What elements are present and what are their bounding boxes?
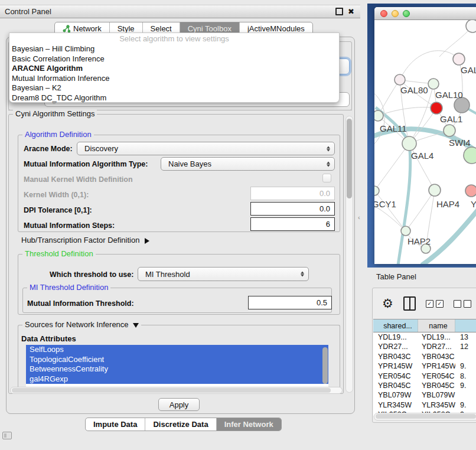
gear-icon[interactable]: ⚙ <box>382 298 393 310</box>
dropdown-item[interactable]: Mutual Information Inference <box>9 74 339 84</box>
column-header-clipped[interactable] <box>455 319 476 332</box>
hub-definition-expander[interactable]: Hub/Transcription Factor Definition <box>21 236 149 244</box>
node-table: shared... name YDL19...YDL19...13YDR27..… <box>373 319 476 416</box>
table-row[interactable]: YDR27...YDR27...12 <box>373 342 476 351</box>
split-pane-collapse-icon[interactable]: ‹ <box>358 214 360 221</box>
window-minimize-icon[interactable] <box>392 10 399 17</box>
expand-right-icon[interactable] <box>145 238 149 244</box>
network-node-hap4[interactable] <box>429 184 441 196</box>
network-node-gal1[interactable] <box>444 125 455 136</box>
network-node-label: GAL <box>461 65 476 75</box>
float-panel-icon[interactable] <box>335 8 343 15</box>
aracne-mode-combobox[interactable]: Discovery <box>77 142 335 155</box>
table-row[interactable]: YBR043CYBR043C <box>373 352 476 361</box>
table-row[interactable]: YBL079WYBL079W <box>373 390 476 400</box>
network-node-label: GAL4 <box>411 151 433 161</box>
tab-infer-network[interactable]: Infer Network <box>217 418 281 431</box>
network-node-gal80[interactable] <box>395 74 405 85</box>
network-node-label: GCY1 <box>374 199 396 209</box>
which-threshold-combobox[interactable]: MI Threshold <box>138 267 309 281</box>
network-node-swi4[interactable] <box>464 147 476 164</box>
mi-algorithm-type-combobox[interactable]: Naive Bayes <box>161 157 335 171</box>
kernel-width-label: Kernel Width (0,1): <box>24 191 89 199</box>
deselect-all-columns-icon[interactable] <box>454 300 471 308</box>
attribute-list-item[interactable]: BetweennessCentrality <box>26 364 328 374</box>
sources-group-title[interactable]: Sources for Network Inference <box>22 320 141 329</box>
tab-impute-data[interactable]: Impute Data <box>86 418 145 431</box>
apply-button[interactable]: Apply <box>158 398 200 411</box>
network-node-gcy1[interactable] <box>374 186 379 195</box>
mi-steps-label: Mutual Information Steps: <box>24 221 115 230</box>
which-threshold-label: Which threshold to use: <box>50 270 133 279</box>
close-panel-icon[interactable]: ✖ <box>348 8 354 15</box>
window-zoom-icon[interactable] <box>403 10 410 17</box>
column-layout-icon[interactable] <box>403 296 416 311</box>
dropdown-item[interactable]: Bayesian – K2 <box>9 83 339 93</box>
network-edge <box>378 107 436 116</box>
attribute-list-item[interactable]: gal4RGexp <box>26 374 328 384</box>
settings-vertical-scrollbar-thumb[interactable] <box>347 119 352 198</box>
network-node-gal[interactable] <box>453 53 465 65</box>
mi-threshold-label: Mutual Information Threshold: <box>27 299 134 308</box>
table-row[interactable]: YER054CYER054C8. <box>373 371 476 381</box>
network-node-gal4[interactable] <box>402 136 416 151</box>
data-attributes-list: SelfLoopsTopologicalCoefficientBetweenne… <box>26 345 328 387</box>
data-attributes-label: Data Attributes <box>21 334 76 343</box>
network-node-gal11[interactable] <box>374 110 383 121</box>
dpi-tolerance-field[interactable] <box>250 202 335 216</box>
column-header-name[interactable]: name <box>418 319 455 332</box>
manual-kernel-width-checkbox[interactable] <box>322 174 331 182</box>
table-panel: ⚙ ✓✓ shared... name YDL19...YDL19...13YD… <box>372 288 476 423</box>
control-panel-titlebar: Control Panel ✖ <box>0 5 360 18</box>
tab-discretize-data[interactable]: Discretize Data <box>145 418 216 431</box>
table-row[interactable]: YLR345WYLR345W9. <box>373 400 476 410</box>
network-view-frame: GALGAL80GAL10GAL1GAL11SWI4GAL4GCY1HAP4YH… <box>367 4 476 268</box>
table-header-row: shared... name <box>373 319 476 332</box>
dropdown-item[interactable]: Basic Correlation Inference <box>9 54 339 64</box>
column-header-shared-name[interactable]: shared... <box>373 319 418 332</box>
mi-threshold-field[interactable] <box>248 296 332 309</box>
settings-horizontal-scrollbar-thumb[interactable] <box>12 388 331 393</box>
network-node-gal10[interactable] <box>428 79 439 89</box>
algorithm-dropdown-popup: Select algorithm to view settings Bayesi… <box>9 32 340 103</box>
select-all-columns-icon[interactable]: ✓✓ <box>426 300 444 308</box>
table-horizontal-scrollbar[interactable] <box>374 413 476 420</box>
kernel-width-field[interactable] <box>250 187 335 200</box>
window-close-icon[interactable] <box>380 10 387 17</box>
table-horizontal-scrollbar-thumb[interactable] <box>376 414 476 419</box>
network-edge <box>374 144 409 191</box>
table-row[interactable]: YDL19...YDL19...13 <box>373 332 476 342</box>
settings-vertical-scrollbar[interactable] <box>345 116 353 393</box>
attribute-list-item[interactable]: TopologicalCoefficient <box>26 355 328 365</box>
which-threshold-value: MI Threshold <box>145 270 190 279</box>
network-window-titlebar[interactable] <box>374 7 476 20</box>
table-cell: YBR045C <box>373 381 418 390</box>
network-node[interactable] <box>431 102 442 114</box>
settings-horizontal-scrollbar[interactable] <box>10 387 343 394</box>
network-edge <box>406 190 435 231</box>
dropdown-item[interactable]: ARACNE Algorithm <box>9 64 339 74</box>
algorithm-dropdown-placeholder: Select algorithm to view settings <box>9 33 339 44</box>
dropdown-item[interactable]: Bayesian – Hill Climbing <box>9 44 339 54</box>
network-node-hap2[interactable] <box>401 226 410 236</box>
table-panel-title: Table Panel <box>376 272 416 281</box>
network-canvas[interactable]: GALGAL80GAL10GAL1GAL11SWI4GAL4GCY1HAP4YH… <box>374 20 476 264</box>
attribute-list-item[interactable]: SelfLoops <box>26 345 328 355</box>
table-cell: YER054C <box>418 371 455 381</box>
network-icon <box>63 25 70 32</box>
dropdown-item[interactable]: Dream8 DC_TDC Algorithm <box>9 93 339 103</box>
network-graph[interactable]: GALGAL80GAL10GAL1GAL11SWI4GAL4GCY1HAP4YH… <box>374 20 476 264</box>
minimized-panel-icon[interactable] <box>2 432 12 439</box>
network-node-label: Y <box>471 199 476 209</box>
network-node-y[interactable] <box>465 185 476 197</box>
network-node-label: GAL10 <box>435 90 463 100</box>
aracne-mode-label: Aracne Mode: <box>24 145 73 153</box>
mi-steps-field[interactable] <box>250 217 335 231</box>
network-node[interactable] <box>466 20 476 32</box>
attributes-list-scrollbar-thumb[interactable] <box>322 347 328 384</box>
table-row[interactable]: YBR045CYBR045C9. <box>373 381 476 390</box>
table-row[interactable]: YPR145WYPR145W9. <box>373 361 476 371</box>
collapse-down-icon[interactable] <box>133 323 139 328</box>
tab-label: Cyni Toolbox <box>188 24 232 33</box>
tab-label: Style <box>118 24 135 33</box>
